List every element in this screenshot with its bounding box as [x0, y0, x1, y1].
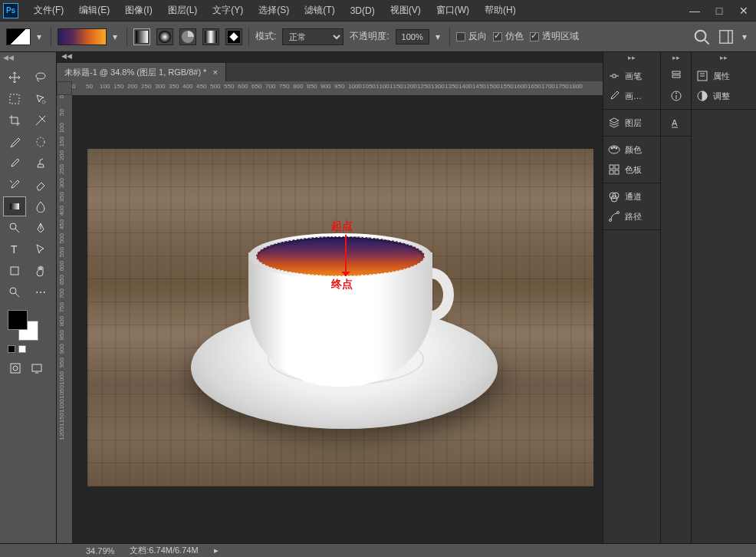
workspace-switcher[interactable] [718, 28, 735, 45]
svg-rect-22 [32, 364, 41, 371]
gradient-tool[interactable] [3, 196, 26, 216]
svg-rect-17 [11, 267, 18, 275]
minimize-icon[interactable]: ― [685, 4, 704, 18]
opacity-input[interactable] [396, 29, 429, 44]
status-bar: 34.79% 文档:6.74M/6.74M ▸ [0, 543, 756, 557]
panel-collapse-2[interactable]: ▸▸ [661, 52, 691, 63]
marquee-tool[interactable] [3, 89, 26, 109]
menu-edit[interactable]: 编辑(E) [71, 4, 117, 17]
canvas[interactable]: 起点 终点 [87, 149, 593, 486]
adjustments-panel-button[interactable]: 调整 [692, 86, 756, 106]
tab-close-icon[interactable]: × [212, 68, 217, 77]
panel-collapse-3[interactable]: ▸▸ [692, 52, 756, 63]
menu-view[interactable]: 视图(V) [383, 4, 429, 17]
close-icon[interactable]: ✕ [735, 4, 753, 18]
brush-presets-panel-button[interactable]: 画… [603, 86, 660, 106]
toolbox-collapse[interactable]: ◀◀ [3, 54, 14, 61]
menu-help[interactable]: 帮助(H) [477, 4, 524, 17]
eyedropper-tool[interactable] [3, 132, 26, 152]
menu-file[interactable]: 文件(F) [26, 4, 71, 17]
history-brush-tool[interactable] [3, 175, 26, 195]
reverse-checkbox[interactable] [456, 32, 465, 41]
shape-tool[interactable] [3, 261, 26, 281]
linear-gradient-button[interactable] [133, 28, 150, 45]
quick-select-tool[interactable] [29, 89, 52, 109]
move-tool[interactable] [3, 68, 26, 87]
panel-collapse-1[interactable]: ▸▸ [603, 52, 660, 63]
tool-preset-picker[interactable] [6, 28, 31, 45]
svg-point-14 [10, 223, 16, 229]
channels-panel-button[interactable]: 通道 [603, 186, 660, 206]
svg-point-9 [36, 73, 45, 79]
ps-logo: Ps [3, 3, 18, 18]
horizontal-ruler[interactable]: 0501001502002503003504004505005506006507… [72, 81, 603, 95]
menu-image[interactable]: 图像(I) [117, 4, 159, 17]
menu-3d[interactable]: 3D(D) [343, 5, 383, 16]
zoom-tool[interactable] [3, 282, 26, 302]
patch-tool[interactable] [29, 132, 52, 152]
menu-select[interactable]: 选择(S) [251, 4, 297, 17]
menu-window[interactable]: 窗口(W) [429, 4, 477, 17]
transparency-checkbox[interactable] [530, 32, 539, 41]
swatches-panel-button[interactable]: 色板 [603, 160, 660, 180]
pen-tool[interactable] [29, 218, 52, 238]
search-icon[interactable] [693, 28, 710, 45]
menu-type[interactable]: 文字(Y) [205, 4, 251, 17]
svg-line-19 [15, 293, 19, 297]
reverse-label: 反向 [468, 30, 487, 43]
info-panel-icon[interactable] [661, 86, 691, 106]
document-info[interactable]: 文档:6.74M/6.74M [130, 545, 198, 556]
blend-mode-select[interactable]: 正常 [282, 28, 343, 45]
color-panel-button[interactable]: 颜色 [603, 140, 660, 160]
eraser-tool[interactable] [29, 175, 52, 195]
reflected-gradient-button[interactable] [202, 28, 219, 45]
hand-tool[interactable] [29, 261, 52, 281]
menu-layer[interactable]: 图层(L) [160, 4, 205, 17]
workspace-dropdown[interactable]: ▾ [742, 31, 750, 42]
slice-tool[interactable] [29, 110, 52, 130]
vertical-ruler[interactable]: 0501001502002503003504004505005506006507… [57, 95, 72, 543]
tool-preset-dropdown[interactable]: ▾ [37, 31, 44, 42]
opacity-dropdown[interactable]: ▾ [436, 31, 443, 42]
properties-panel-button[interactable]: 属性 [692, 66, 756, 86]
path-select-tool[interactable] [29, 239, 52, 259]
history-panel-icon[interactable] [661, 66, 691, 86]
menu-filter[interactable]: 滤镜(T) [297, 4, 342, 17]
brush-tool[interactable] [3, 153, 26, 173]
gradient-picker[interactable] [58, 28, 107, 45]
paths-panel-button[interactable]: 路径 [603, 206, 660, 226]
document-tab[interactable]: 未标题-1 @ 34.8% (图层 1, RGB/8#) * × [57, 63, 226, 81]
blur-tool[interactable] [29, 196, 52, 216]
canvas-viewport[interactable]: 起点 终点 [72, 95, 603, 543]
dither-checkbox[interactable] [493, 32, 502, 41]
svg-rect-38 [672, 75, 680, 77]
type-tool[interactable]: T [3, 239, 26, 259]
layers-panel-button[interactable]: 图层 [603, 113, 660, 133]
svg-rect-2 [205, 31, 217, 43]
brushes-panel-button[interactable]: 画笔 [603, 66, 660, 86]
clone-stamp-tool[interactable] [29, 153, 52, 173]
lasso-tool[interactable] [29, 68, 52, 87]
radial-gradient-button[interactable] [156, 28, 173, 45]
crop-tool[interactable] [3, 110, 26, 130]
diamond-gradient-button[interactable] [225, 28, 242, 45]
svg-point-1 [159, 31, 171, 43]
angle-gradient-button[interactable] [179, 28, 196, 45]
ruler-origin[interactable] [57, 81, 72, 95]
svg-point-5 [695, 30, 706, 41]
quick-mask-toggle[interactable] [8, 361, 23, 376]
doc-collapse[interactable]: ◀◀ [57, 52, 603, 63]
maximize-icon[interactable]: □ [710, 4, 728, 18]
zoom-level[interactable]: 34.79% [86, 546, 114, 555]
default-colors-icon[interactable] [8, 345, 15, 353]
dodge-tool[interactable] [3, 218, 26, 238]
screen-mode-toggle[interactable] [29, 361, 44, 376]
edit-toolbar[interactable]: ⋯ [29, 282, 52, 302]
foreground-color-swatch[interactable] [8, 310, 28, 330]
character-panel-icon[interactable]: A [661, 113, 691, 133]
options-bar: ▾ ▾ 模式: 正常 不透明度: ▾ 反向 仿色 透明区域 ▾ [0, 21, 756, 52]
transparency-label: 透明区域 [542, 30, 579, 43]
status-info-dropdown[interactable]: ▸ [214, 545, 219, 555]
gradient-dropdown[interactable]: ▾ [113, 31, 120, 42]
swap-colors-icon[interactable] [18, 345, 26, 353]
